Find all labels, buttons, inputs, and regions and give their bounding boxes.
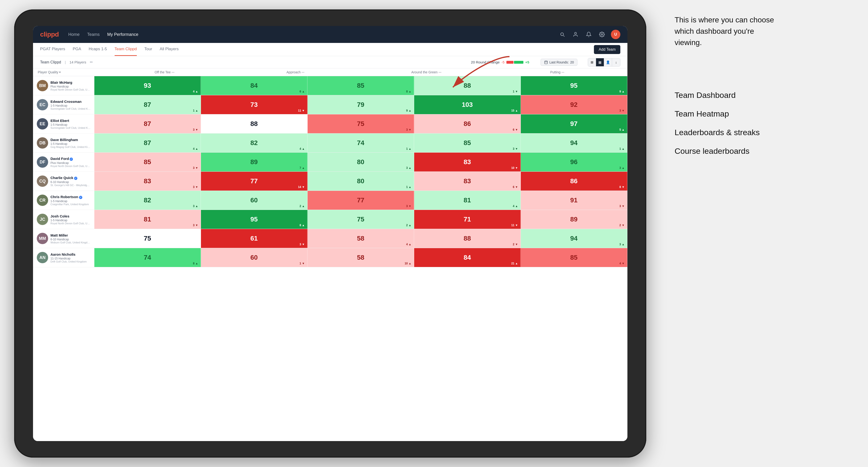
score-cell[interactable]: 963 ▲ <box>521 153 627 172</box>
score-cell[interactable]: 8421 ▲ <box>414 248 521 267</box>
player-info[interactable]: CQCharlie Quick✓6-10 HandicapSt. George'… <box>33 172 94 191</box>
score-cell[interactable]: 753 ▼ <box>308 115 414 133</box>
score-cell[interactable]: 934 ▲ <box>94 76 201 95</box>
score-cell[interactable]: 923 ▼ <box>521 95 627 114</box>
edit-icon[interactable]: ✏ <box>90 60 93 64</box>
score-delta: 3 ▼ <box>619 109 625 112</box>
score-cell[interactable]: 892 ▼ <box>521 210 627 229</box>
score-cell[interactable]: 813 ▼ <box>94 210 201 229</box>
player-info[interactable]: MMMatt Miller6-10 HandicapWoburn Golf Cl… <box>33 229 94 248</box>
score-cell[interactable]: 773 ▼ <box>308 191 414 210</box>
score-cell[interactable]: 5810 ▲ <box>308 248 414 267</box>
view-grid-btn[interactable]: ⊞ <box>588 58 596 66</box>
score-cell[interactable]: 741 ▲ <box>308 133 414 152</box>
score-delta: 6 ▼ <box>513 185 518 189</box>
nav-my-performance[interactable]: My Performance <box>107 32 138 37</box>
score-cell[interactable]: 853 ▼ <box>414 133 521 152</box>
nav-teams[interactable]: Teams <box>87 32 99 37</box>
score-delta: 11 ▼ <box>511 224 518 227</box>
score-cell[interactable]: 803 ▲ <box>308 153 414 172</box>
player-info[interactable]: ECEdward Crossman1-5 HandicapSunningdale… <box>33 95 94 114</box>
score-cell[interactable]: 868 ▼ <box>521 172 627 191</box>
score-cell[interactable]: 882 ▼ <box>414 229 521 248</box>
score-cell[interactable]: 824 ▲ <box>201 133 308 152</box>
score-cell[interactable]: 959 ▲ <box>521 76 627 95</box>
col-header-approach[interactable]: Approach — <box>230 70 361 74</box>
col-header-player[interactable]: Player Quality ▾ <box>38 70 99 74</box>
score-cell[interactable]: 873 ▼ <box>94 115 201 133</box>
col-header-around-green[interactable]: Around the Green — <box>361 70 492 74</box>
score-delta: 5 ▲ <box>619 128 625 131</box>
score-number: 87 <box>144 101 151 108</box>
user-avatar[interactable]: U <box>611 30 620 39</box>
score-cell[interactable]: 601 ▼ <box>201 248 308 267</box>
player-info[interactable]: EEElliot Ebert1-5 HandicapSunningdale Go… <box>33 115 94 133</box>
settings-icon[interactable] <box>598 30 606 39</box>
score-delta: 1 ▲ <box>193 109 198 112</box>
player-info[interactable]: CRChris Robertson✓1-5 HandicapCraigmilla… <box>33 191 94 210</box>
col-header-off-tee[interactable]: Off the Tee — <box>99 70 230 74</box>
score-cell[interactable]: 8310 ▼ <box>414 153 521 172</box>
player-info[interactable]: DBDave Billingham1-5 HandicapGog Magog G… <box>33 133 94 152</box>
player-avatar: EC <box>37 99 48 111</box>
sub-nav-pga[interactable]: PGA <box>73 43 81 56</box>
bell-icon[interactable] <box>585 30 593 39</box>
score-delta: 15 ▲ <box>511 109 518 112</box>
score-cell[interactable]: 943 ▲ <box>521 229 627 248</box>
score-cell[interactable]: 88 <box>201 115 308 133</box>
score-delta: 8 ▼ <box>619 185 625 189</box>
score-cell[interactable]: 7714 ▼ <box>201 172 308 191</box>
score-cells: 833 ▼7714 ▼801 ▲836 ▼868 ▼ <box>94 172 627 191</box>
score-cell[interactable]: 866 ▼ <box>414 115 521 133</box>
score-cell[interactable]: 881 ▼ <box>414 76 521 95</box>
score-cell[interactable]: 584 ▲ <box>308 229 414 248</box>
view-download-btn[interactable]: ↓ <box>612 58 620 66</box>
last-rounds-button[interactable]: Last Rounds: 20 <box>540 59 578 66</box>
score-cell[interactable]: 871 ▲ <box>94 95 201 114</box>
score-cell[interactable]: 958 ▲ <box>201 210 308 229</box>
score-cell[interactable]: 7311 ▼ <box>201 95 308 114</box>
score-cell[interactable]: 975 ▲ <box>521 115 627 133</box>
view-person-btn[interactable]: 👤 <box>604 58 612 66</box>
score-cell[interactable]: 748 ▲ <box>94 248 201 267</box>
score-cell[interactable]: 7111 ▼ <box>414 210 521 229</box>
player-info[interactable]: BMBlair McHargPlus HandicapRoyal North D… <box>33 76 94 95</box>
score-cell[interactable]: 752 ▲ <box>308 210 414 229</box>
score-cell[interactable]: 613 ▼ <box>201 229 308 248</box>
score-cell[interactable]: 941 ▲ <box>521 133 627 152</box>
score-cell[interactable]: 853 ▼ <box>94 153 201 172</box>
add-team-button[interactable]: Add Team <box>594 45 620 54</box>
score-cell[interactable]: 833 ▼ <box>94 172 201 191</box>
score-cell[interactable]: 801 ▲ <box>308 172 414 191</box>
score-cell[interactable]: 75 <box>94 229 201 248</box>
score-cell[interactable]: 823 ▲ <box>94 191 201 210</box>
view-heatmap-btn[interactable]: ▦ <box>596 58 604 66</box>
player-info[interactable]: JCJosh Coles1-5 HandicapRoyal North Devo… <box>33 210 94 229</box>
score-number: 77 <box>357 196 364 204</box>
search-icon[interactable] <box>558 30 566 39</box>
player-info[interactable]: DFDavid Ford✓Plus HandicapRoyal North De… <box>33 153 94 172</box>
col-header-putting[interactable]: Putting — <box>492 70 623 74</box>
score-cell[interactable]: 913 ▼ <box>521 191 627 210</box>
score-cell[interactable]: 814 ▲ <box>414 191 521 210</box>
user-icon[interactable] <box>571 30 580 39</box>
score-number: 83 <box>464 158 471 166</box>
sub-nav-pgat[interactable]: PGAT Players <box>40 43 65 56</box>
score-cell[interactable]: 10315 ▲ <box>414 95 521 114</box>
sub-nav-all-players[interactable]: All Players <box>160 43 179 56</box>
score-cell[interactable]: 602 ▲ <box>201 191 308 210</box>
sub-nav-hcaps[interactable]: Hcaps 1-5 <box>89 43 107 56</box>
app-logo[interactable]: clippd <box>40 31 59 38</box>
score-cell[interactable]: 799 ▲ <box>308 95 414 114</box>
score-cell[interactable]: 846 ▲ <box>201 76 308 95</box>
sub-nav-links: PGAT Players PGA Hcaps 1-5 Team Clippd T… <box>40 43 179 56</box>
score-cell[interactable]: 897 ▲ <box>201 153 308 172</box>
nav-home[interactable]: Home <box>68 32 80 37</box>
score-cell[interactable]: 874 ▲ <box>94 133 201 152</box>
player-info[interactable]: ANAaron Nicholls11-15 HandicapDrift Golf… <box>33 248 94 267</box>
sub-nav-team-clippd[interactable]: Team Clippd <box>115 43 137 56</box>
score-cell[interactable]: 858 ▲ <box>308 76 414 95</box>
sub-nav-tour[interactable]: Tour <box>144 43 152 56</box>
score-cell[interactable]: 854 ▼ <box>521 248 627 267</box>
score-cell[interactable]: 836 ▼ <box>414 172 521 191</box>
